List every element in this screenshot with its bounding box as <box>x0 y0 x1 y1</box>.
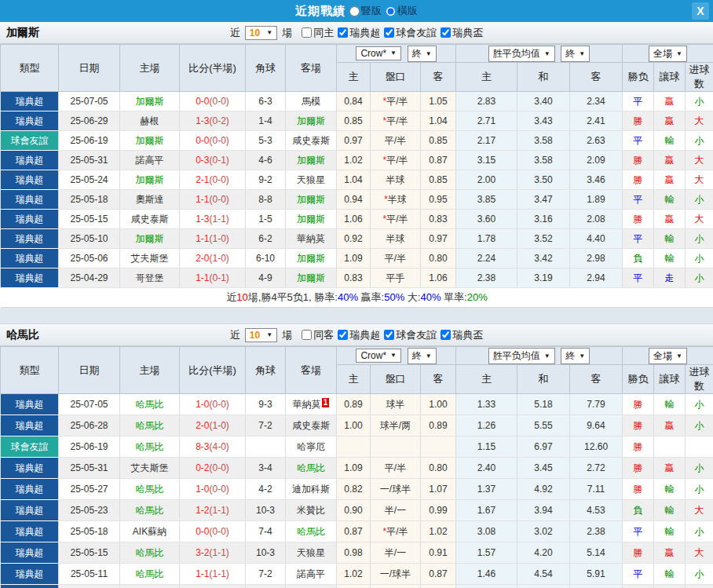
col-date: 日期 <box>59 347 120 394</box>
goals-result: 小 <box>686 249 713 268</box>
avg-home: 1.78 <box>456 229 517 249</box>
home-team: 哈馬比 <box>120 542 180 564</box>
handicap-line: *半球 <box>371 190 421 210</box>
star-icon: * <box>382 155 386 166</box>
cup-checkbox[interactable] <box>441 27 451 38</box>
scope-select[interactable]: 全場▼ <box>649 46 687 62</box>
corner-score: 9-3 <box>246 394 286 415</box>
bookmaker-select-2[interactable]: Crow*▼ <box>356 349 401 363</box>
match-row: 瑞典超25-05-18AIK蘇納0-0(0-0)7-4哈馬比0.87*平/半1.… <box>1 521 713 542</box>
corner-score: 6-3 <box>246 92 286 111</box>
layout-option-vertical[interactable]: 豎版 <box>349 4 382 18</box>
same-away-checkbox[interactable] <box>302 330 312 340</box>
same-home-filter[interactable]: 同主 <box>298 26 334 40</box>
friendly-checkbox[interactable] <box>384 27 394 38</box>
match-row: 瑞典超25-07-05哈馬比1-0(0-0)9-3華納莫10.89球半1.001… <box>1 394 713 415</box>
scope-select-2[interactable]: 全場▼ <box>649 348 687 364</box>
allsvenskan-checkbox[interactable] <box>338 27 348 38</box>
corner-score: 6-2 <box>246 229 286 249</box>
handicap-line: *平/半 <box>371 210 421 229</box>
away-team: 哈馬比 <box>286 585 337 588</box>
avg-draw: 3.52 <box>517 229 570 249</box>
same-home-checkbox[interactable] <box>302 27 312 38</box>
mean-type-select-2[interactable]: 胜平负均值▼ <box>488 348 555 364</box>
col-away: 客場 <box>286 347 337 394</box>
allsvenskan-checkbox-2[interactable] <box>338 330 348 340</box>
match-date: 25-05-31 <box>59 458 120 479</box>
league-filter-allsvenskan[interactable]: 瑞典超 <box>335 26 380 40</box>
corner-score: 10-3 <box>246 500 286 521</box>
match-date: 25-05-27 <box>59 479 120 500</box>
col-home: 主場 <box>120 347 180 394</box>
corner-score: 4-9 <box>246 268 286 288</box>
handicap-line <box>371 436 421 458</box>
section-divider <box>0 308 713 324</box>
league-filter-friendly-2[interactable]: 球會友誼 <box>381 328 437 342</box>
home-team: 哈馬比 <box>120 415 180 436</box>
odds-away: 0.85 <box>421 131 456 151</box>
match-score: 0-3(0-1) <box>180 151 246 170</box>
friendly-checkbox-2[interactable] <box>384 330 394 340</box>
match-date: 25-06-28 <box>59 415 120 436</box>
match-score: 2-0(1-0) <box>180 415 246 436</box>
mean-time-select-2[interactable]: 終▼ <box>561 348 590 364</box>
vertical-layout-radio[interactable] <box>349 6 360 16</box>
match-count-select-2[interactable]: 10▼ <box>245 328 277 342</box>
league-filter-allsvenskan-2[interactable]: 瑞典超 <box>335 328 380 342</box>
home-team: 哥登堡 <box>120 268 180 288</box>
away-team: 華納莫1 <box>286 394 337 415</box>
odds-away: 0.99 <box>421 500 456 521</box>
handicap-result: 輸 <box>654 229 686 249</box>
odds-time-select[interactable]: 終▼ <box>408 46 437 62</box>
away-team: 咸史泰斯 <box>286 131 337 151</box>
league-filter-cup[interactable]: 瑞典盃 <box>437 26 483 40</box>
odds-home: 1.09 <box>337 458 371 479</box>
handicap-line: *平/半 <box>371 521 421 542</box>
cup-checkbox-2[interactable] <box>441 330 451 340</box>
odds-time-select-2[interactable]: 終▼ <box>408 348 437 364</box>
avg-home: 1.26 <box>456 415 517 436</box>
mean-group-header: 胜平负均值▼ 終▼ <box>456 347 623 365</box>
col-goals: 进球数 <box>686 365 713 394</box>
odds-home: 1.09 <box>337 249 371 268</box>
match-date: 25-07-05 <box>59 92 120 111</box>
match-row: 瑞典超25-05-23哈馬比1-2(1-1)10-3米贊比0.90半/一0.99… <box>1 500 713 521</box>
match-score: 0-0(0-0) <box>180 131 246 151</box>
league-filter-friendly[interactable]: 球會友誼 <box>381 26 437 40</box>
match-count-select[interactable]: 10▼ <box>245 26 277 40</box>
unit-label: 場 <box>282 328 292 342</box>
close-button[interactable]: X <box>692 2 709 20</box>
outcome-result: 勝 <box>623 170 654 190</box>
same-away-filter[interactable]: 同客 <box>298 328 334 342</box>
match-score: 1-1(1-0) <box>180 229 246 249</box>
horizontal-layout-radio[interactable] <box>386 6 396 16</box>
avg-home: 2.17 <box>456 131 517 151</box>
red-card-badge: 1 <box>322 398 330 407</box>
corner-score: 1-4 <box>246 111 286 131</box>
avg-draw: 3.40 <box>517 92 570 111</box>
league-filter-cup-2[interactable]: 瑞典盃 <box>437 328 483 342</box>
avg-away: 2.09 <box>570 151 623 170</box>
col-type: 類型 <box>1 347 59 394</box>
league-badge: 瑞典超 <box>1 479 59 500</box>
avg-home: 2.71 <box>456 111 517 131</box>
mean-time-select[interactable]: 終▼ <box>561 46 590 62</box>
handicap-line: 半球 <box>371 170 421 190</box>
match-date: 25-05-15 <box>59 542 120 564</box>
col-home: 主場 <box>120 45 180 92</box>
avg-away: 2.94 <box>570 268 623 288</box>
team1-name: 加爾斯 <box>6 26 39 40</box>
away-team: 米贊比 <box>286 500 337 521</box>
bookmaker-select[interactable]: Crow*▼ <box>356 46 401 60</box>
mean-type-select[interactable]: 胜平负均值▼ <box>488 46 555 62</box>
avg-draw: 3.45 <box>517 458 570 479</box>
corner-score: 6-10 <box>246 249 286 268</box>
near-label: 近 <box>230 328 240 342</box>
home-team: 加爾斯 <box>120 229 180 249</box>
away-team: 加爾斯 <box>286 249 337 268</box>
match-row: 瑞典超25-06-29赫根1-3(0-2)1-4加爾斯0.85*平/半1.042… <box>1 111 713 131</box>
layout-option-horizontal[interactable]: 橫版 <box>386 4 418 18</box>
match-score: 0-0(0-0) <box>180 521 246 542</box>
avg-away: 2.38 <box>570 521 623 542</box>
chevron-down-icon: ▼ <box>676 352 682 360</box>
